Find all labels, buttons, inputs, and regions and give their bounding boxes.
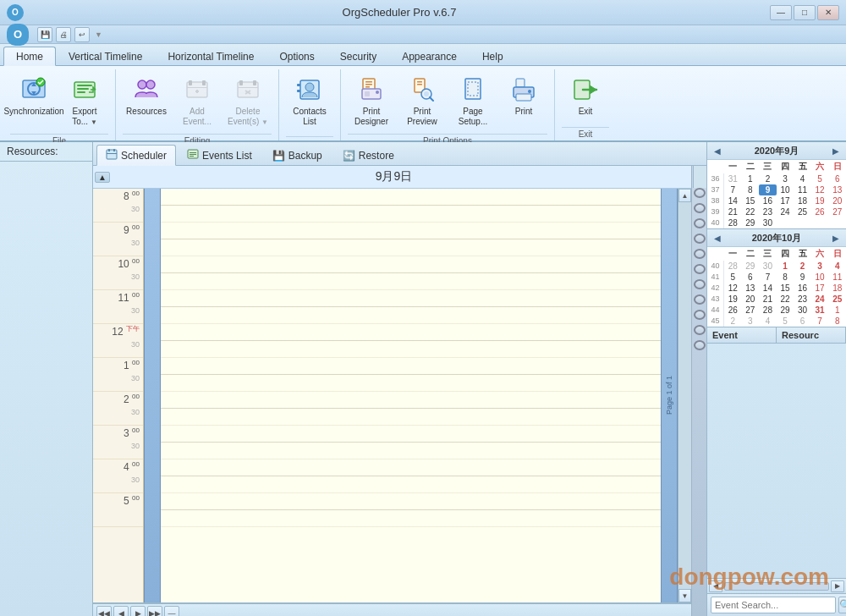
cal-oct-next-button[interactable]: ▶ (829, 231, 843, 245)
qa-save-button[interactable]: 💾 (37, 27, 52, 42)
cal-day[interactable]: 6 (794, 316, 811, 327)
cal-day[interactable]: 24 (811, 294, 829, 305)
cal-day[interactable]: 12 (811, 184, 829, 195)
cal-day[interactable]: 28 (759, 305, 777, 316)
cal-day[interactable]: 6 (828, 173, 846, 184)
cal-day[interactable]: 15 (777, 283, 794, 294)
maximize-button[interactable]: □ (794, 5, 816, 20)
cal-day[interactable]: 10 (777, 184, 794, 195)
add-event-button[interactable]: AddEvent... (173, 71, 221, 130)
cal-day[interactable]: 25 (794, 206, 811, 217)
cal-day[interactable]: 11 (794, 184, 811, 195)
scroll-down-button[interactable]: ▼ (678, 589, 691, 602)
tab-horizontal-timeline[interactable]: Horizontal Timeline (155, 47, 266, 65)
cal-day[interactable]: 13 (742, 283, 760, 294)
cal-day[interactable]: 5 (811, 173, 829, 184)
cal-day[interactable]: 17 (811, 283, 829, 294)
cal-day[interactable]: 29 (742, 261, 760, 272)
event-hour-row[interactable] (161, 256, 661, 273)
cal-day[interactable]: 19 (724, 294, 742, 305)
event-hour-row[interactable] (161, 392, 661, 409)
scrollbar-track[interactable] (678, 202, 691, 589)
cal-day[interactable]: 26 (724, 305, 742, 316)
cal-day[interactable]: 3 (777, 173, 794, 184)
tab-backup[interactable]: 💾 Backup (263, 145, 332, 165)
cal-day[interactable]: 7 (724, 184, 742, 195)
event-hour-row[interactable] (161, 493, 661, 510)
cal-prev-button[interactable]: ◀ (711, 144, 724, 157)
cal-day[interactable]: 1 (828, 305, 846, 316)
event-hour-row[interactable] (161, 459, 661, 476)
nav-prev-button[interactable]: ◀ (113, 606, 129, 617)
cal-oct-prev-button[interactable]: ◀ (711, 231, 724, 245)
cal-day[interactable]: 17 (777, 195, 794, 206)
right-scroll-right[interactable]: ▶ (831, 580, 844, 592)
event-half-row[interactable] (161, 409, 661, 426)
print-designer-button[interactable]: PrintDesigner (348, 71, 395, 130)
cal-day[interactable] (794, 217, 811, 228)
cal-day[interactable]: 18 (828, 283, 846, 294)
nav-last-button[interactable]: ▶▶ (147, 606, 162, 617)
tab-home[interactable]: Home (3, 47, 56, 66)
cal-day[interactable]: 4 (828, 261, 846, 272)
cal-day[interactable]: 8 (828, 316, 846, 327)
cal-day[interactable]: 20 (742, 294, 760, 305)
cal-day[interactable]: 7 (759, 272, 777, 283)
event-half-row[interactable] (161, 476, 661, 493)
cal-next-button[interactable]: ▶ (829, 144, 843, 157)
cal-day[interactable]: 30 (794, 305, 811, 316)
cal-day[interactable]: 3 (742, 316, 760, 327)
exit-button[interactable]: Exit (562, 71, 609, 120)
cal-day[interactable]: 23 (759, 206, 777, 217)
cal-day[interactable]: 4 (794, 173, 811, 184)
tab-appearance[interactable]: Appearance (389, 47, 470, 65)
cal-day[interactable] (777, 217, 794, 228)
cal-day[interactable]: 31 (724, 173, 742, 184)
cal-day[interactable]: 25 (828, 294, 846, 305)
delete-event-button[interactable]: Delete Event(s) ▼ (224, 71, 272, 130)
scroll-up-btn[interactable]: ▲ (95, 172, 110, 183)
cal-day[interactable]: 9 (794, 272, 811, 283)
cal-day[interactable]: 8 (777, 272, 794, 283)
event-half-row[interactable] (161, 443, 661, 459)
right-panel-scrollbar[interactable]: ◀ ▶ (707, 578, 846, 593)
sync-button[interactable]: Synchronization (10, 71, 58, 120)
cal-day[interactable] (811, 217, 829, 228)
tab-restore[interactable]: 🔄 Restore (333, 145, 404, 165)
event-half-row[interactable] (161, 510, 661, 527)
cal-day[interactable]: 23 (794, 294, 811, 305)
cal-day[interactable]: 30 (759, 217, 777, 228)
cal-day[interactable]: 27 (828, 206, 846, 217)
cal-day[interactable]: 24 (777, 206, 794, 217)
cal-day-today[interactable]: 9 (759, 184, 777, 195)
cal-day[interactable]: 14 (759, 283, 777, 294)
cal-day[interactable]: 7 (811, 316, 829, 327)
cal-day[interactable]: 13 (828, 184, 846, 195)
cal-day[interactable]: 28 (724, 261, 742, 272)
cal-day[interactable]: 5 (724, 272, 742, 283)
cal-day[interactable]: 2 (794, 261, 811, 272)
cal-day[interactable]: 10 (811, 272, 829, 283)
cal-day[interactable]: 21 (759, 294, 777, 305)
nav-first-button[interactable]: ◀◀ (96, 606, 112, 617)
print-preview-button[interactable]: PrintPreview (398, 71, 446, 130)
close-button[interactable]: ✕ (817, 5, 839, 20)
cal-day[interactable]: 15 (742, 195, 760, 206)
cal-day[interactable]: 22 (742, 206, 760, 217)
minimize-button[interactable]: — (770, 5, 792, 20)
scroll-up-button[interactable]: ▲ (678, 189, 691, 202)
contacts-button[interactable]: ContactsList (286, 71, 333, 130)
nav-minus-button[interactable]: — (164, 606, 179, 617)
cal-day[interactable]: 12 (724, 283, 742, 294)
right-scroll-track[interactable] (724, 582, 829, 591)
right-scroll-left[interactable]: ◀ (709, 580, 722, 592)
cal-day[interactable]: 5 (777, 316, 794, 327)
event-hour-row[interactable] (161, 426, 661, 443)
cal-day[interactable] (828, 217, 846, 228)
qa-undo-button[interactable]: ↩ (74, 27, 90, 42)
event-half-row[interactable] (161, 273, 661, 290)
event-hour-row[interactable] (161, 189, 661, 206)
tab-help[interactable]: Help (470, 47, 516, 65)
cal-day[interactable]: 4 (759, 316, 777, 327)
cal-day[interactable]: 1 (742, 173, 760, 184)
